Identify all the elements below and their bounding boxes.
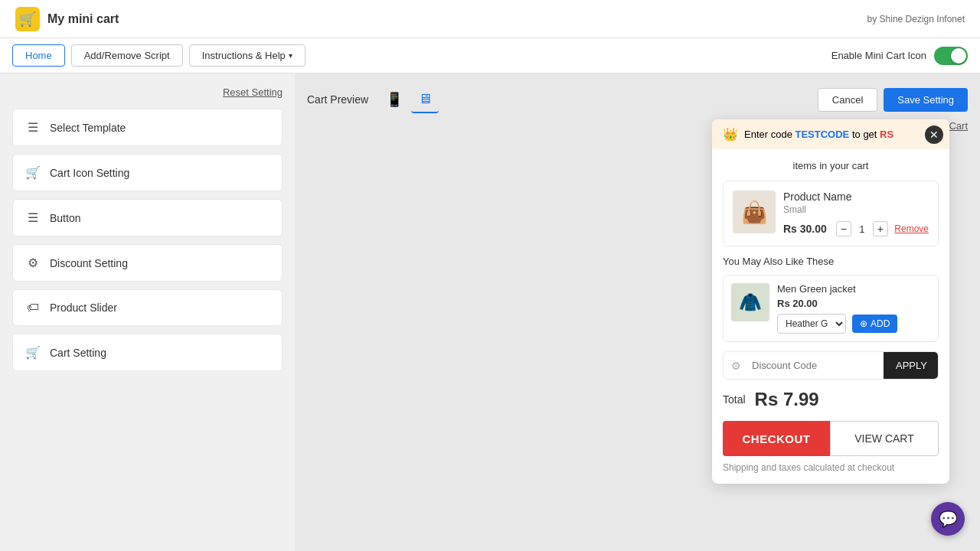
header-left: 🛒 My mini cart	[15, 7, 119, 31]
product-slider-name: Men Green jacket	[777, 283, 930, 295]
cart-body: items in your cart 👜 Product Name Small …	[712, 149, 949, 484]
product-slider-row: Heather G ⊕ ADD	[777, 314, 930, 334]
remove-item-link[interactable]: Remove	[894, 223, 929, 234]
product-slider-image: 🧥	[731, 283, 769, 321]
product-slider-label: Product Slider	[50, 302, 117, 314]
cart-item-row: Rs 30.00 − 1 + Remove	[783, 221, 929, 236]
sidebar-item-button[interactable]: ☰ Button	[12, 199, 283, 236]
cart-item-variant: Small	[783, 204, 929, 215]
cart-icon-setting-icon: 🛒	[25, 165, 41, 180]
product-slider-icon: 🏷	[25, 301, 41, 315]
toolbar-right: Enable Mini Cart Icon	[831, 47, 968, 65]
product-slider-price: Rs 20.00	[777, 298, 930, 309]
cart-item-name: Product Name	[783, 191, 929, 203]
device-tabs: 📱 🖥	[381, 86, 439, 113]
chat-icon: 💬	[939, 510, 958, 528]
content-area: Cart Preview 📱 🖥 Cancel Save Setting Sho…	[295, 73, 980, 551]
discount-setting-label: Discount Setting	[50, 257, 128, 269]
quantity-decrease-button[interactable]: −	[836, 221, 851, 236]
view-cart-button[interactable]: VIEW CART	[830, 421, 939, 456]
brand-credit: by Shine Dezign Infonet	[867, 14, 965, 24]
tab-desktop[interactable]: 🖥	[411, 86, 439, 113]
cart-icon-setting-label: Cart Icon Setting	[50, 167, 129, 179]
cart-item-details: Product Name Small Rs 30.00 − 1 + Remove	[783, 191, 929, 236]
discount-setting-icon: ⚙	[25, 256, 41, 270]
product-slider-details: Men Green jacket Rs 20.00 Heather G ⊕ AD…	[777, 283, 930, 334]
toolbar: Home Add/Remove Script Instructions & He…	[0, 38, 980, 73]
sidebar-item-product-slider[interactable]: 🏷 Product Slider	[12, 289, 283, 326]
promo-bar: 👑 Enter code TESTCODE to get RS	[712, 119, 949, 149]
also-like-title: You May Also Like These	[723, 256, 939, 267]
sidebar-item-discount-setting[interactable]: ⚙ Discount Setting	[12, 244, 283, 282]
plus-icon: ⊕	[860, 318, 867, 329]
select-template-icon: ☰	[25, 120, 41, 135]
cart-item: 👜 Product Name Small Rs 30.00 − 1 + Remo…	[723, 181, 939, 246]
mini-cart-toggle[interactable]	[934, 47, 968, 65]
discount-code-input[interactable]	[749, 352, 884, 379]
home-button[interactable]: Home	[12, 44, 65, 67]
button-label: Button	[50, 212, 80, 224]
cancel-button[interactable]: Cancel	[818, 88, 877, 112]
save-button[interactable]: Save Setting	[884, 88, 968, 112]
sidebar-menu: ☰ Select Template 🛒 Cart Icon Setting ☰ …	[12, 109, 283, 371]
cart-actions: CHECKOUT VIEW CART	[723, 421, 939, 456]
promo-text: Enter code TESTCODE to get RS	[744, 129, 893, 140]
shipping-note: Shipping and taxes calculated at checkou…	[723, 462, 939, 473]
quantity-increase-button[interactable]: +	[873, 221, 888, 236]
sidebar-item-cart-icon-setting[interactable]: 🛒 Cart Icon Setting	[12, 154, 283, 191]
cart-panel: ✕ 👑 Enter code TESTCODE to get RS items …	[712, 119, 949, 484]
apply-discount-button[interactable]: APPLY	[884, 352, 939, 379]
logo-icon: 🛒	[15, 7, 40, 31]
discount-row: ⚙ APPLY	[723, 351, 939, 380]
cart-item-image: 👜	[733, 191, 776, 233]
quantity-value: 1	[856, 223, 868, 235]
sidebar-item-select-template[interactable]: ☰ Select Template	[12, 109, 283, 146]
add-product-button[interactable]: ⊕ ADD	[852, 315, 897, 333]
button-icon: ☰	[25, 210, 41, 225]
app-title: My mini cart	[47, 12, 119, 26]
cart-setting-icon: 🛒	[25, 345, 41, 360]
checkout-button[interactable]: CHECKOUT	[723, 421, 830, 456]
cart-setting-label: Cart Setting	[50, 347, 106, 359]
total-amount: Rs 7.99	[755, 389, 819, 410]
select-template-label: Select Template	[50, 122, 126, 134]
cart-close-button[interactable]: ✕	[925, 126, 943, 144]
main-layout: Reset Setting ☰ Select Template 🛒 Cart I…	[0, 73, 980, 551]
instructions-help-button[interactable]: Instructions & Help ▾	[189, 44, 305, 67]
chevron-down-icon: ▾	[289, 51, 292, 60]
cart-item-price: Rs 30.00	[783, 223, 827, 235]
cart-preview-label: Cart Preview	[307, 93, 368, 106]
discount-icon: ⚙	[724, 360, 749, 372]
reset-link[interactable]: Reset Setting	[12, 86, 283, 98]
header: 🛒 My mini cart by Shine Dezign Infonet	[0, 0, 980, 38]
promo-icon: 👑	[723, 127, 738, 142]
toggle-label: Enable Mini Cart Icon	[831, 50, 926, 61]
variant-select[interactable]: Heather G	[777, 314, 846, 334]
tab-mobile[interactable]: 📱	[381, 86, 408, 113]
sidebar-item-cart-setting[interactable]: 🛒 Cart Setting	[12, 334, 283, 371]
total-label: Total	[723, 393, 746, 406]
add-remove-script-button[interactable]: Add/Remove Script	[71, 44, 183, 67]
product-slider-item: 🧥 Men Green jacket Rs 20.00 Heather G ⊕ …	[723, 275, 939, 342]
chat-bubble-button[interactable]: 💬	[931, 502, 965, 536]
content-actions: Cancel Save Setting	[818, 88, 968, 112]
total-row: Total Rs 7.99	[723, 389, 939, 410]
toolbar-nav: Home Add/Remove Script Instructions & He…	[12, 44, 305, 67]
cart-items-title: items in your cart	[723, 160, 939, 171]
quantity-control: − 1 +	[836, 221, 888, 236]
sidebar: Reset Setting ☰ Select Template 🛒 Cart I…	[0, 73, 295, 551]
